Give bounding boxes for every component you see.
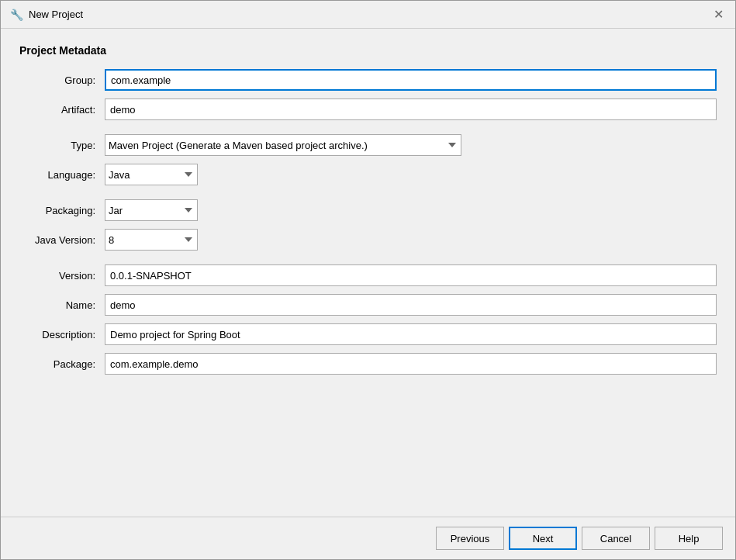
artifact-field-container xyxy=(105,99,717,120)
packaging-select[interactable]: Jar War xyxy=(105,199,198,221)
title-bar: 🔧 New Project ✕ xyxy=(1,1,735,29)
name-row: Name: xyxy=(19,294,717,316)
package-field-container xyxy=(105,353,717,375)
group-label: Group: xyxy=(19,74,105,86)
cancel-button[interactable]: Cancel xyxy=(582,527,650,550)
group-row: Group: xyxy=(19,69,717,91)
package-row: Package: xyxy=(19,353,717,375)
group-input[interactable] xyxy=(105,69,717,91)
description-input[interactable] xyxy=(105,323,717,345)
type-row: Type: Maven Project (Generate a Maven ba… xyxy=(19,134,717,156)
package-label: Package: xyxy=(19,358,105,370)
help-button[interactable]: Help xyxy=(655,527,723,550)
close-button[interactable]: ✕ xyxy=(710,7,726,22)
previous-button[interactable]: Previous xyxy=(436,527,504,550)
dialog-content: Project Metadata Group: Artifact: Type: … xyxy=(1,29,735,517)
java-version-row: Java Version: 8 11 17 21 xyxy=(19,229,717,251)
language-label: Language: xyxy=(19,169,105,181)
artifact-row: Artifact: xyxy=(19,99,717,120)
description-field-container xyxy=(105,323,717,345)
section-title: Project Metadata xyxy=(19,44,717,57)
version-input[interactable] xyxy=(105,264,717,286)
artifact-input[interactable] xyxy=(105,99,717,120)
footer: Previous Next Cancel Help xyxy=(1,517,735,559)
java-version-label: Java Version: xyxy=(19,234,105,246)
new-project-dialog: 🔧 New Project ✕ Project Metadata Group: … xyxy=(0,0,736,560)
type-select[interactable]: Maven Project (Generate a Maven based pr… xyxy=(105,134,461,156)
next-button[interactable]: Next xyxy=(509,527,577,550)
type-label: Type: xyxy=(19,140,105,151)
description-label: Description: xyxy=(19,329,105,340)
dialog-title: New Project xyxy=(29,9,83,20)
package-input[interactable] xyxy=(105,353,717,375)
description-row: Description: xyxy=(19,323,717,345)
packaging-row: Packaging: Jar War xyxy=(19,199,717,221)
name-label: Name: xyxy=(19,299,105,311)
version-row: Version: xyxy=(19,264,717,286)
packaging-label: Packaging: xyxy=(19,205,105,216)
title-bar-left: 🔧 New Project xyxy=(10,9,83,21)
language-row: Language: Java Kotlin Groovy xyxy=(19,164,717,185)
java-version-field-container: 8 11 17 21 xyxy=(105,229,717,251)
dialog-icon: 🔧 xyxy=(10,9,22,21)
version-label: Version: xyxy=(19,270,105,282)
language-select[interactable]: Java Kotlin Groovy xyxy=(105,164,198,185)
java-version-select[interactable]: 8 11 17 21 xyxy=(105,229,198,251)
version-field-container xyxy=(105,264,717,286)
type-field-container: Maven Project (Generate a Maven based pr… xyxy=(105,134,717,156)
group-field-container xyxy=(105,69,717,91)
packaging-field-container: Jar War xyxy=(105,199,717,221)
artifact-label: Artifact: xyxy=(19,104,105,116)
name-input[interactable] xyxy=(105,294,717,316)
language-field-container: Java Kotlin Groovy xyxy=(105,164,717,185)
name-field-container xyxy=(105,294,717,316)
